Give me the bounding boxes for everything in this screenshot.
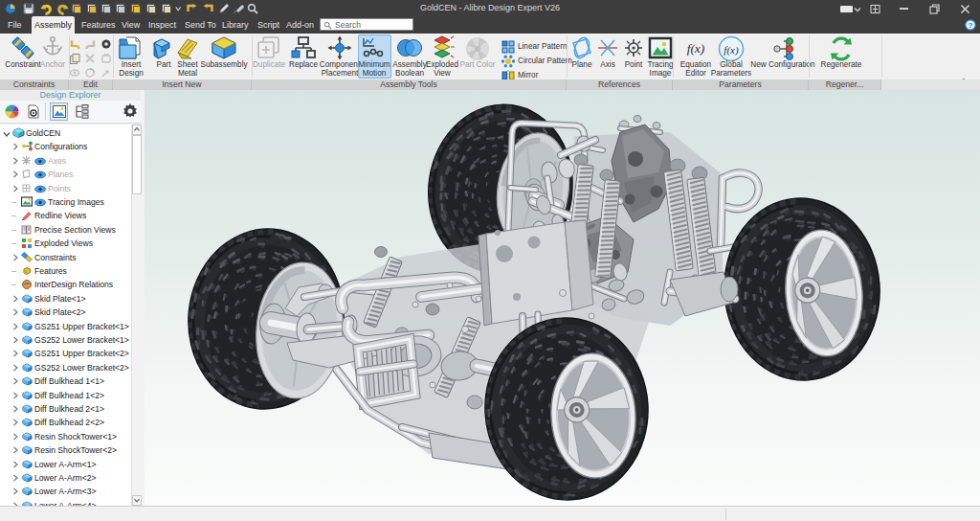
svg-text:f(x): f(x) (724, 44, 739, 57)
svg-text:?: ? (969, 21, 973, 30)
